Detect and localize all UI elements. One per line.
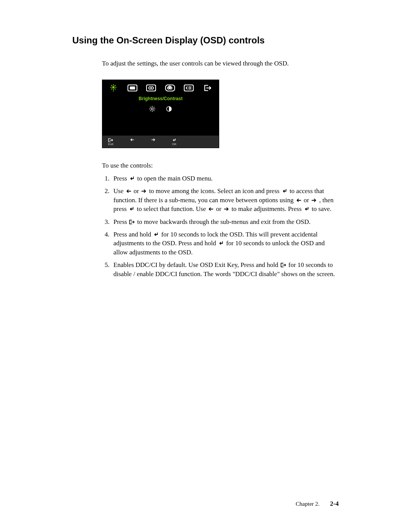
left-arrow-icon <box>295 198 302 203</box>
page-title: Using the On-Screen Display (OSD) contro… <box>72 35 339 46</box>
image-position-tab-icon <box>127 84 138 92</box>
enter-icon <box>129 176 135 181</box>
right-arrow-icon <box>140 189 147 194</box>
osd-exit-label: Exit <box>108 143 113 146</box>
enter-icon <box>281 189 288 194</box>
osd-left-button <box>129 138 135 145</box>
step-4: Press and hold for 10 seconds to lock th… <box>111 230 339 257</box>
osd-menu-label: Brightness/Contrast <box>102 95 219 105</box>
svg-point-0 <box>112 86 115 88</box>
svg-line-29 <box>154 110 155 111</box>
osd-ok-button: OK <box>172 138 177 146</box>
contrast-sub-icon <box>165 105 173 113</box>
image-setup-tab-icon <box>145 84 157 92</box>
enter-icon <box>218 241 225 246</box>
right-arrow-icon <box>311 198 317 203</box>
osd-screenshot: Brightness/Contrast Exit <box>102 80 339 148</box>
svg-line-7 <box>115 85 116 86</box>
svg-marker-9 <box>113 91 114 91</box>
svg-point-23 <box>151 108 153 110</box>
step-2: Use or to move among the icons. Select a… <box>111 187 339 213</box>
svg-point-14 <box>151 87 153 89</box>
options-tab-icon <box>183 84 194 92</box>
enter-icon <box>303 206 310 212</box>
svg-line-30 <box>154 107 155 108</box>
osd-exit-button: Exit <box>108 138 114 146</box>
enter-icon <box>128 206 135 212</box>
brightness-sub-icon <box>148 105 156 113</box>
step-5: Enables DDC/CI by default. Use OSD Exit … <box>111 260 339 278</box>
enter-icon <box>153 232 159 237</box>
exit-icon <box>129 219 135 225</box>
color-tab-icon <box>164 84 176 92</box>
steps-list: Press to open the main OSD menu. Use or … <box>102 174 339 279</box>
left-arrow-icon <box>207 206 214 212</box>
right-arrow-icon <box>223 206 230 212</box>
intro-text: To adjust the settings, the user control… <box>102 59 339 68</box>
svg-line-8 <box>112 89 112 89</box>
page-footer: Chapter 2. 2-4 <box>296 500 339 508</box>
exit-tab-icon <box>202 84 213 92</box>
osd-ok-label: OK <box>172 143 177 146</box>
exit-icon <box>280 262 287 268</box>
lead-text: To use the controls: <box>102 162 339 169</box>
step-1: Press to open the main OSD menu. <box>111 174 339 183</box>
svg-rect-11 <box>130 86 135 89</box>
osd-right-button <box>150 138 156 145</box>
left-arrow-icon <box>125 189 132 194</box>
brightness-tab-icon <box>108 84 119 92</box>
svg-line-28 <box>150 107 151 108</box>
svg-line-31 <box>150 110 151 111</box>
footer-chapter: Chapter 2. <box>296 501 319 507</box>
svg-line-6 <box>115 89 116 89</box>
step-3: Press to move backwards through the sub-… <box>111 217 339 226</box>
footer-page-number: 2-4 <box>330 500 339 507</box>
svg-line-5 <box>112 85 112 86</box>
